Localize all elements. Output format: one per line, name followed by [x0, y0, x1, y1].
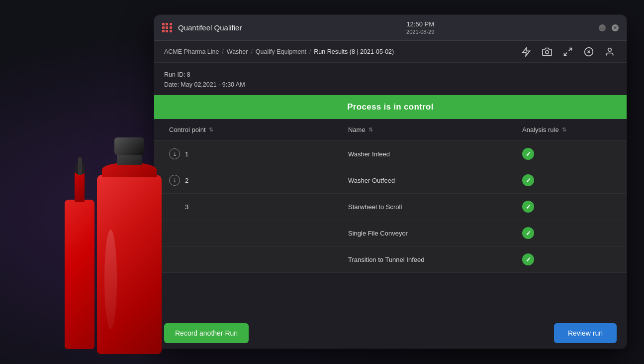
table-row: 3 Starwheel to Scroll — [154, 194, 627, 220]
titlebar-left: Quantifeel Qualifier — [162, 23, 242, 33]
breadcrumb: ACME Pharma Line / Washer / Qualify Equi… — [164, 48, 394, 55]
check-circle-1 — [522, 174, 534, 186]
td-name-1: Washer Outfeed — [343, 170, 517, 191]
td-control-point-3 — [164, 226, 343, 240]
review-run-button[interactable]: Review run — [554, 323, 617, 343]
td-name-3: Single File Conveyor — [343, 223, 517, 244]
td-control-point-0: ⤓ 1 — [164, 141, 343, 166]
breadcrumb-sep-0: / — [222, 48, 223, 55]
close-x-icon[interactable] — [582, 45, 596, 59]
expand-icon[interactable] — [561, 45, 575, 59]
sort-icon-1: ⇅ — [368, 126, 373, 133]
date-display: 2021-08-29 — [406, 29, 434, 35]
user-icon[interactable] — [603, 45, 617, 59]
check-circle-2 — [522, 201, 534, 213]
td-name-4: Transition to Tunnel Infeed — [343, 249, 517, 270]
titlebar: Quantifeel Qualifier 12:50 PM 2021-08-29… — [154, 15, 627, 41]
camera-icon[interactable] — [540, 45, 554, 59]
svg-line-3 — [564, 52, 567, 55]
sort-icon-0: ⇅ — [209, 126, 213, 133]
breadcrumb-item-3: Run Results (8 | 2021-05-02) — [314, 48, 394, 55]
th-name[interactable]: Name ⇅ — [343, 119, 517, 140]
td-rule-0 — [517, 141, 617, 167]
td-name-2: Starwheel to Scroll — [343, 196, 517, 218]
td-rule-4 — [517, 246, 617, 272]
table-row: Transition to Tunnel Infeed — [154, 246, 627, 273]
td-control-point-2: 3 — [164, 196, 343, 218]
status-banner: Process is in control — [154, 95, 627, 119]
table-row: ⤓ 2 Washer Outfeed — [154, 167, 627, 194]
close-button[interactable]: ✕ — [612, 24, 619, 31]
breadcrumb-sep-2: / — [309, 48, 311, 55]
svg-marker-0 — [523, 47, 530, 56]
table-body: ⤓ 1 Washer Infeed ⤓ 2 Washer Outfeed — [154, 141, 627, 273]
svg-point-1 — [546, 50, 549, 54]
breadcrumb-icons — [519, 45, 617, 59]
td-rule-3 — [517, 220, 617, 246]
run-id: Run ID: 8 — [164, 70, 617, 80]
td-control-point-1: ⤓ 2 — [164, 168, 343, 193]
minimize-button[interactable]: — — [599, 24, 606, 31]
row-expand-1[interactable]: ⤓ — [169, 175, 180, 186]
td-control-point-4 — [164, 252, 343, 266]
breadcrumb-item-2[interactable]: Qualify Equipment — [256, 48, 306, 55]
th-control-point[interactable]: Control point ⇅ — [164, 119, 343, 140]
th-analysis-rule[interactable]: Analysis rule ⇅ — [517, 119, 617, 140]
td-rule-2 — [517, 194, 617, 220]
app-title: Quantifeel Qualifier — [178, 23, 242, 32]
bolt-icon[interactable] — [519, 45, 533, 59]
table-row: Single File Conveyor — [154, 220, 627, 246]
breadcrumb-bar: ACME Pharma Line / Washer / Qualify Equi… — [154, 41, 627, 63]
sort-icon-2: ⇅ — [562, 126, 566, 133]
content-area: Run ID: 8 Date: May 02,2021 - 9:30 AM Pr… — [154, 63, 627, 349]
check-circle-4 — [522, 253, 534, 265]
record-another-run-button[interactable]: Record another Run — [164, 323, 249, 343]
check-circle-0 — [522, 148, 534, 160]
table-row: ⤓ 1 Washer Infeed — [154, 141, 627, 167]
breadcrumb-sep-1: / — [251, 48, 252, 55]
td-name-0: Washer Infeed — [343, 143, 517, 165]
svg-line-2 — [569, 48, 572, 51]
time-display: 12:50 PM — [406, 20, 434, 28]
breadcrumb-item-0[interactable]: ACME Pharma Line — [164, 48, 219, 55]
run-date: Date: May 02,2021 - 9:30 AM — [164, 80, 617, 90]
footer: Record another Run Review run — [154, 317, 627, 349]
td-rule-1 — [517, 167, 617, 193]
titlebar-right: — ✕ — [599, 24, 619, 31]
table-header: Control point ⇅ Name ⇅ Analysis rule ⇅ — [154, 119, 627, 141]
row-expand-0[interactable]: ⤓ — [169, 148, 180, 159]
status-text: Process is in control — [347, 102, 434, 112]
titlebar-center: 12:50 PM 2021-08-29 — [406, 20, 434, 35]
app-logo — [162, 23, 172, 33]
check-circle-3 — [522, 227, 534, 239]
svg-point-7 — [608, 48, 612, 51]
breadcrumb-item-1[interactable]: Washer — [227, 48, 248, 55]
run-info: Run ID: 8 Date: May 02,2021 - 9:30 AM — [154, 63, 627, 95]
app-window: Quantifeel Qualifier 12:50 PM 2021-08-29… — [154, 15, 627, 349]
